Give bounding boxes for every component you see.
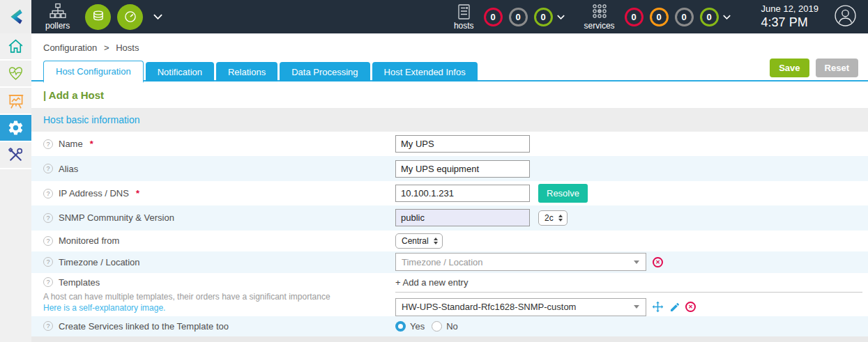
tab-data-processing[interactable]: Data Processing	[280, 62, 370, 81]
user-menu[interactable]	[834, 4, 857, 30]
current-time: 4:37 PM	[761, 15, 818, 31]
dropdown-arrow-icon	[627, 261, 646, 264]
monitored-from-select[interactable]: Central	[395, 233, 443, 249]
top-bar: pollers	[0, 0, 868, 33]
breadcrumb-page[interactable]: Hosts	[116, 42, 139, 53]
chevron-down-icon	[557, 15, 565, 20]
services-unknown-counter[interactable]: 0	[675, 8, 694, 26]
services-status-group: services 0 0 0 0	[584, 3, 735, 31]
form-row-monitored-from: ? Monitored from Central	[31, 231, 868, 251]
hosts-down-count: 0	[490, 12, 495, 22]
gear-icon	[7, 119, 24, 137]
pollers-icon	[49, 3, 67, 20]
name-input[interactable]	[395, 135, 530, 153]
hosts-unreachable-counter[interactable]: 0	[509, 8, 528, 26]
services-warning-counter[interactable]: 0	[650, 8, 669, 26]
form-row-templates: ? Templates A host can have multiple tem…	[31, 273, 868, 316]
yes-label: Yes	[410, 321, 425, 332]
pollers-status[interactable]: pollers	[45, 3, 70, 31]
save-button[interactable]: Save	[770, 59, 809, 77]
alias-label: Alias	[59, 164, 78, 174]
services-icon	[591, 3, 609, 20]
add-template-entry-link[interactable]: + Add a new entry	[395, 277, 862, 293]
hosts-unreachable-count: 0	[515, 12, 520, 22]
tab-notification[interactable]: Notification	[146, 62, 214, 81]
hosts-up-count: 0	[540, 12, 545, 22]
sidebar-item-reporting[interactable]	[0, 88, 31, 115]
breadcrumb: Configuration > Hosts	[31, 33, 868, 59]
timezone-placeholder: Timezone / Location	[402, 257, 483, 267]
sidebar	[0, 33, 31, 342]
reset-button[interactable]: Reset	[816, 59, 858, 77]
create-services-no-radio[interactable]	[432, 321, 442, 332]
tab-relations[interactable]: Relations	[216, 62, 277, 81]
hosts-status-group: hosts 0 0 0	[454, 3, 569, 31]
timezone-clear-icon[interactable]: ✕	[653, 257, 663, 267]
help-icon[interactable]: ?	[43, 321, 53, 331]
template-move-handle[interactable]	[652, 301, 664, 313]
required-marker: *	[90, 139, 93, 149]
tab-host-configuration[interactable]: Host Configuration	[43, 61, 144, 83]
sidebar-item-monitoring[interactable]	[0, 61, 31, 88]
tab-bar: Host Configuration Notification Relation…	[31, 59, 868, 81]
help-icon[interactable]: ?	[43, 189, 53, 199]
form-row-timezone: ? Timezone / Location Timezone / Locatio…	[31, 251, 868, 272]
sidebar-item-home[interactable]	[0, 33, 31, 61]
alias-input[interactable]	[395, 160, 530, 178]
form-row-name: ? Name *	[31, 132, 868, 156]
help-icon[interactable]: ?	[43, 277, 53, 287]
templates-help-link[interactable]: Here is a self-explanatory image.	[43, 303, 165, 313]
template-select[interactable]: HW-UPS-Standard-Rfc1628-SNMP-custom	[395, 298, 646, 316]
services-ok-counter[interactable]: 0	[700, 8, 719, 26]
move-icon	[652, 301, 664, 313]
database-icon	[91, 10, 105, 24]
breadcrumb-section[interactable]: Configuration	[43, 42, 97, 53]
hosts-chevron[interactable]	[557, 15, 565, 20]
create-services-yes-radio[interactable]	[395, 321, 406, 332]
hosts-down-counter[interactable]: 0	[484, 8, 503, 26]
help-icon[interactable]: ?	[43, 139, 53, 149]
snmp-version-select[interactable]: 2c	[538, 210, 568, 226]
dropdown-arrow-icon	[627, 305, 646, 309]
timezone-select[interactable]: Timezone / Location	[395, 253, 646, 271]
templates-help-text: A host can have multiple templates, thei…	[43, 292, 330, 302]
database-status-icon[interactable]	[85, 4, 111, 30]
heart-pulse-icon	[6, 65, 25, 82]
services-critical-counter[interactable]: 0	[625, 8, 644, 26]
ip-address-input[interactable]	[395, 185, 530, 202]
help-icon[interactable]: ?	[43, 164, 53, 173]
services-chevron[interactable]	[723, 15, 731, 20]
services-menu[interactable]: services	[584, 3, 615, 31]
help-icon[interactable]: ?	[43, 257, 53, 267]
help-icon[interactable]: ?	[43, 213, 53, 223]
hosts-up-counter[interactable]: 0	[534, 8, 553, 26]
services-unknown-count: 0	[681, 12, 686, 22]
timezone-label: Timezone / Location	[59, 257, 140, 267]
centreon-app: pollers	[0, 0, 868, 342]
form-row-snmp: ? SNMP Community & Version 2c	[31, 205, 868, 230]
sidebar-item-administration[interactable]	[0, 142, 31, 169]
tab-host-extended-infos[interactable]: Host Extended Infos	[372, 62, 478, 81]
sidebar-item-configuration[interactable]	[0, 115, 31, 142]
monitored-from-value: Central	[402, 236, 429, 246]
template-edit-button[interactable]	[669, 302, 680, 313]
help-icon[interactable]: ?	[43, 236, 53, 246]
resolve-button[interactable]: Resolve	[538, 184, 588, 203]
select-spinner-icon	[558, 215, 563, 221]
current-date: June 12, 2019	[761, 3, 818, 15]
select-spinner-icon	[434, 238, 438, 244]
user-icon	[834, 4, 857, 27]
centreon-logo-icon	[6, 7, 26, 26]
latency-gauge-icon[interactable]	[117, 4, 143, 30]
snmp-community-input[interactable]	[395, 209, 530, 226]
poller-details-chevron[interactable]	[153, 14, 162, 20]
pencil-icon	[669, 302, 680, 313]
required-marker: *	[136, 188, 139, 199]
form-row-alias: ? Alias	[31, 156, 868, 180]
no-label: No	[446, 321, 458, 332]
monitored-from-label: Monitored from	[59, 235, 119, 246]
services-warning-count: 0	[656, 12, 661, 22]
centreon-logo[interactable]	[0, 0, 31, 33]
hosts-menu[interactable]: hosts	[454, 3, 474, 31]
template-delete-icon[interactable]: ✕	[685, 302, 696, 312]
